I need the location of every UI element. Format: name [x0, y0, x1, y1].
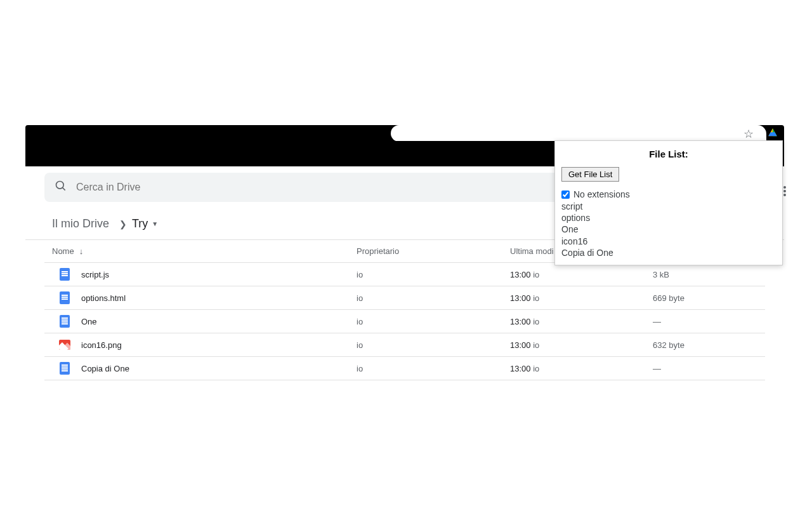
svg-point-3 — [56, 182, 64, 189]
file-modified: 13:00 io — [510, 270, 653, 279]
table-row[interactable]: script.jsio13:00 io3 kB — [44, 263, 765, 286]
popup-list-item: options — [561, 212, 776, 224]
url-bar-segment — [391, 125, 578, 142]
table-row[interactable]: icon16.pngio13:00 io632 byte — [44, 333, 765, 357]
svg-point-13 — [783, 194, 786, 196]
breadcrumb-current[interactable]: Try — [132, 217, 148, 231]
popup-list-item: One — [561, 224, 776, 235]
file-modified: 13:00 io — [510, 340, 653, 350]
file-owner: io — [357, 317, 510, 326]
breadcrumb-root[interactable]: Il mio Drive — [52, 217, 109, 231]
svg-line-4 — [63, 188, 65, 190]
file-size: — — [653, 364, 757, 373]
breadcrumb-dropdown-icon[interactable]: ▼ — [152, 220, 158, 227]
table-row[interactable]: options.htmlio13:00 io669 byte — [44, 286, 765, 310]
bookmark-star-icon[interactable]: ☆ — [743, 127, 754, 141]
file-owner: io — [357, 270, 510, 279]
popup-list-item: icon16 — [561, 236, 776, 247]
extension-icon[interactable] — [768, 128, 778, 138]
chevron-right-icon: ❯ — [119, 219, 127, 229]
extension-popup: File List: Get File List No extensions s… — [554, 140, 783, 265]
file-owner: io — [357, 293, 510, 303]
popup-list-item: script — [561, 201, 776, 212]
file-modified: 13:00 io — [510, 317, 653, 326]
file-icon — [58, 291, 71, 304]
docs-icon — [58, 315, 71, 328]
file-size: 632 byte — [653, 340, 757, 350]
popup-title: File List: — [561, 149, 776, 159]
file-name: Copia di One — [81, 364, 129, 373]
no-extensions-label[interactable]: No extensions — [573, 189, 630, 199]
url-bar-right: ☆ — [578, 125, 766, 142]
get-file-list-button[interactable]: Get File List — [561, 167, 619, 182]
browser-top-bar: ☆ — [25, 125, 784, 142]
file-size: 669 byte — [653, 293, 757, 303]
table-row[interactable]: Copia di Oneio13:00 io— — [44, 357, 765, 380]
file-modified: 13:00 io — [510, 364, 653, 373]
popup-list-item: Copia di One — [561, 247, 776, 258]
svg-marker-2 — [768, 132, 776, 136]
docs-icon — [58, 362, 71, 375]
file-modified: 13:00 io — [510, 293, 653, 303]
search-icon — [55, 180, 67, 195]
file-size: — — [653, 317, 757, 326]
file-name: options.html — [81, 293, 126, 303]
no-extensions-checkbox[interactable] — [561, 190, 570, 199]
header-name[interactable]: Nome ↓ — [52, 246, 357, 256]
file-owner: io — [357, 340, 510, 350]
popup-file-list: scriptoptionsOneicon16Copia di One — [561, 201, 776, 258]
header-owner[interactable]: Proprietario — [357, 246, 510, 256]
file-size: 3 kB — [653, 270, 757, 279]
no-extensions-row: No extensions — [561, 189, 776, 199]
svg-point-10 — [783, 190, 786, 192]
file-name: script.js — [81, 270, 109, 279]
file-owner: io — [357, 364, 510, 373]
image-icon — [58, 338, 71, 351]
header-name-label: Nome — [52, 246, 74, 256]
svg-point-7 — [783, 186, 786, 189]
sort-arrow-down-icon: ↓ — [79, 246, 84, 256]
file-name: One — [81, 317, 97, 326]
table-row[interactable]: Oneio13:00 io— — [44, 310, 765, 333]
file-name: icon16.png — [81, 340, 122, 350]
file-icon — [58, 268, 71, 281]
